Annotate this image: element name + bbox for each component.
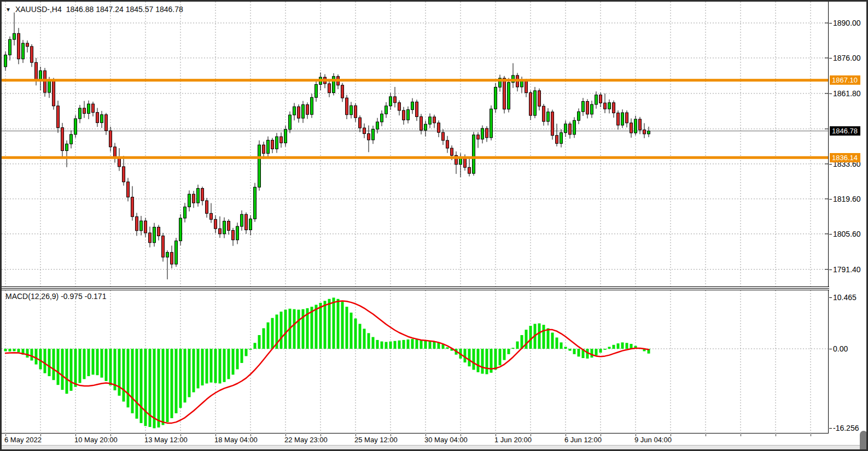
macd-bar <box>337 299 340 349</box>
macd-bar <box>249 349 252 350</box>
bull-candle <box>153 227 156 242</box>
macd-bar <box>547 328 550 349</box>
macd-bar <box>118 349 121 396</box>
bull-candle <box>490 109 493 138</box>
bear-candle <box>105 115 108 131</box>
bull-candle <box>284 130 287 143</box>
axis-tick-mark <box>829 58 832 58</box>
macd-bar <box>560 342 563 349</box>
macd-bar <box>171 349 173 418</box>
panel-splitter[interactable] <box>2 286 829 290</box>
bull-candle <box>372 129 375 140</box>
time-axis-label: 13 May 12:00 <box>144 436 188 444</box>
macd-bar <box>4 349 7 351</box>
macd-bar <box>499 349 502 365</box>
level-price-badge: 1867.10 <box>830 75 860 85</box>
macd-bar <box>525 330 528 349</box>
bull-candle <box>236 226 239 240</box>
bear-candle <box>398 103 401 110</box>
bull-candle <box>389 97 392 106</box>
macd-indicator-panel[interactable] <box>2 290 829 434</box>
macd-histogram <box>4 297 650 428</box>
bull-candle <box>22 43 25 59</box>
bear-candle <box>630 123 633 133</box>
bear-candle <box>35 62 38 81</box>
bear-candle <box>144 221 147 233</box>
macd-bar <box>298 309 300 349</box>
time-axis-label: 25 May 12:00 <box>354 436 398 444</box>
bear-candle <box>486 128 488 138</box>
macd-bar <box>39 349 42 370</box>
bear-candle <box>543 106 545 121</box>
macd-bar <box>446 347 449 349</box>
macd-bar <box>280 312 283 349</box>
macd-bar <box>236 349 239 370</box>
macd-bar <box>79 349 81 383</box>
macd-bar <box>92 349 95 374</box>
axis-tick-mark <box>829 270 832 270</box>
macd-bar <box>613 345 615 349</box>
bear-candle <box>556 136 558 144</box>
bear-candle <box>280 137 283 143</box>
bull-candle <box>74 119 77 134</box>
symbol-period-label: XAUUSD-,H4 <box>15 5 62 14</box>
bottom-strip <box>2 445 866 449</box>
bull-candle <box>267 140 270 153</box>
bull-candle <box>473 135 475 173</box>
macd-bar <box>564 347 567 349</box>
macd-bar <box>595 349 598 356</box>
time-axis-label: 22 May 23:00 <box>284 436 328 444</box>
time-axis[interactable]: 6 May 202210 May 20:0013 May 12:0018 May… <box>2 434 829 445</box>
bear-candle <box>446 140 449 148</box>
price-axis-label: 1805.60 <box>833 230 861 239</box>
down-triangle-icon[interactable]: ▼ <box>5 7 11 13</box>
price-axis[interactable]: 1890.001876.001861.801833.601819.601805.… <box>829 2 866 445</box>
macd-bar <box>424 341 427 349</box>
macd-bar <box>512 348 515 349</box>
macd-bar <box>48 349 51 376</box>
bear-candle <box>123 167 125 182</box>
macd-bar <box>206 349 208 383</box>
bear-candle <box>551 112 554 136</box>
macd-bar <box>516 342 519 349</box>
macd-bar <box>284 309 287 349</box>
bear-candle <box>136 216 138 231</box>
bear-candle <box>451 148 453 155</box>
bull-candle <box>289 115 292 130</box>
bull-candle <box>311 97 313 114</box>
macd-bar <box>363 329 366 349</box>
time-axis-label: 30 May 04:00 <box>424 436 468 444</box>
bear-candle <box>643 130 646 134</box>
macd-bar <box>573 349 576 354</box>
scrollbar-thumb[interactable] <box>860 431 867 451</box>
bear-candle <box>617 113 620 125</box>
price-axis-label: 1876.00 <box>833 54 861 63</box>
bear-candle <box>206 201 208 213</box>
bear-candle <box>468 167 471 173</box>
macd-bar <box>193 349 195 393</box>
bear-candle <box>193 194 195 203</box>
macd-bar <box>394 341 397 349</box>
bull-candle <box>293 107 296 115</box>
time-tick-mark <box>741 434 741 436</box>
price-axis-label: 1791.40 <box>833 265 861 274</box>
macd-bar <box>35 349 38 365</box>
bear-candle <box>477 135 480 139</box>
bear-candle <box>263 145 265 154</box>
price-chart-canvas[interactable] <box>2 2 829 286</box>
bull-candle <box>70 134 73 144</box>
macd-bar <box>599 349 602 353</box>
macd-bar <box>140 349 143 423</box>
macd-bar <box>359 324 362 349</box>
macd-bar <box>61 349 64 390</box>
bear-candle <box>118 158 121 167</box>
price-chart-panel[interactable] <box>2 2 829 286</box>
bear-candle <box>96 113 99 123</box>
bear-candle <box>149 233 152 243</box>
macd-bar <box>621 342 624 349</box>
macd-canvas[interactable] <box>2 290 829 434</box>
macd-bar <box>26 349 29 358</box>
macd-bar <box>53 349 55 380</box>
macd-bar <box>411 339 414 349</box>
bull-candle <box>276 137 278 149</box>
